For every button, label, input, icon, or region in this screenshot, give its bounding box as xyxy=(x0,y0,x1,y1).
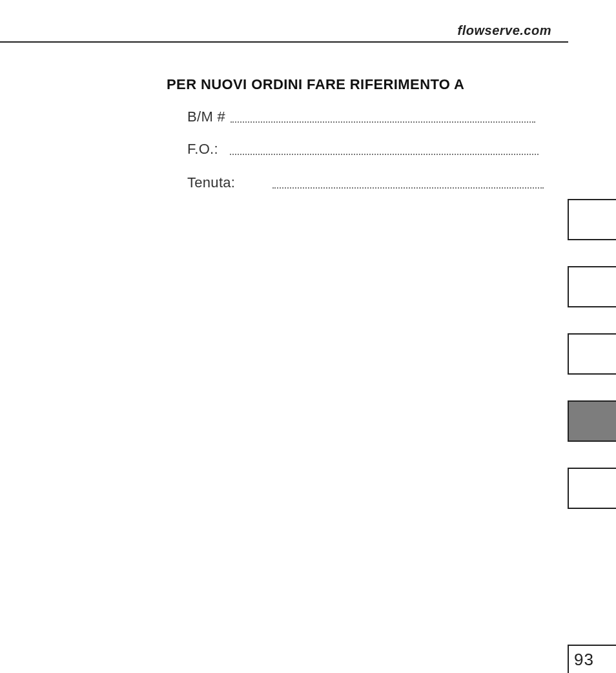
side-tab-2[interactable] xyxy=(568,266,616,307)
field-row-tenuta: Tenuta: xyxy=(187,174,544,191)
page-title: PER NUOVI ORDINI FARE RIFERIMENTO A xyxy=(167,76,464,93)
header-divider xyxy=(0,41,568,43)
side-tab-3[interactable] xyxy=(568,333,616,375)
tenuta-label: Tenuta: xyxy=(187,174,235,191)
field-row-fo: F.O.: xyxy=(187,141,539,158)
field-row-bm: B/M # xyxy=(187,109,535,125)
page-number-box: 93 xyxy=(568,645,616,673)
page-number: 93 xyxy=(574,650,594,670)
document-page: flowserve.com PER NUOVI ORDINI FARE RIFE… xyxy=(0,0,616,673)
bm-label: B/M # xyxy=(187,109,225,125)
side-tab-4[interactable] xyxy=(568,400,616,442)
bm-fill-line xyxy=(231,121,535,123)
fo-label: F.O.: xyxy=(187,141,218,158)
side-tabs xyxy=(568,199,616,509)
side-tab-5[interactable] xyxy=(568,468,616,509)
fo-fill-line xyxy=(230,154,539,155)
side-tab-1[interactable] xyxy=(568,199,616,240)
header-url: flowserve.com xyxy=(458,23,551,38)
tenuta-fill-line xyxy=(272,187,544,189)
